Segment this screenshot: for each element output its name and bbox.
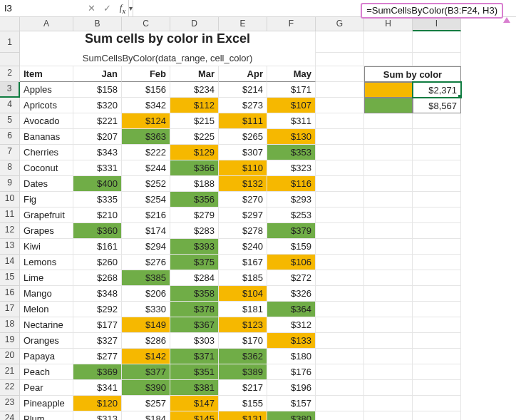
cell-value[interactable]: $124: [122, 113, 170, 129]
row-head-10[interactable]: 10: [0, 192, 20, 208]
header-sum-by-color[interactable]: Sum by color: [364, 66, 461, 82]
cell-H10[interactable]: [364, 192, 413, 208]
cell-value[interactable]: $145: [170, 411, 219, 420]
cell-value[interactable]: $174: [122, 223, 170, 239]
cell-item[interactable]: Dates: [20, 176, 73, 192]
cell-value[interactable]: $167: [219, 255, 267, 270]
header-item[interactable]: Item: [20, 66, 73, 82]
cell-value[interactable]: $188: [170, 176, 219, 192]
cell-item[interactable]: Mango: [20, 286, 73, 302]
header-mar[interactable]: Mar: [170, 66, 219, 82]
cell-I20[interactable]: [413, 349, 461, 364]
cell-value[interactable]: $343: [73, 145, 122, 160]
row-head-9[interactable]: 9: [0, 176, 20, 192]
row-head-17[interactable]: 17: [0, 302, 20, 317]
cell-item[interactable]: Pineapple: [20, 396, 73, 411]
cell-value[interactable]: $111: [219, 113, 267, 129]
cell-value[interactable]: $158: [73, 82, 122, 98]
cell-value[interactable]: $378: [170, 302, 219, 317]
cell-G10[interactable]: [316, 192, 364, 208]
col-head-A[interactable]: A: [20, 17, 73, 31]
header-may[interactable]: May: [267, 66, 316, 82]
spreadsheet-grid[interactable]: ABCDEFGHI1Sum cells by color in Excel.Su…: [0, 17, 516, 420]
col-head-D[interactable]: D: [170, 17, 219, 31]
cell-value[interactable]: $133: [267, 333, 316, 349]
cell-G24[interactable]: [316, 411, 364, 420]
row-head-15[interactable]: 15: [0, 270, 20, 286]
cell-value[interactable]: $210: [73, 208, 122, 223]
cell-H17[interactable]: [364, 302, 413, 317]
cell-I23[interactable]: [413, 396, 461, 411]
cell-value[interactable]: $381: [170, 380, 219, 396]
cell-H6[interactable]: [364, 129, 413, 145]
cell-item[interactable]: Apples: [20, 82, 73, 98]
row-head-16[interactable]: 16: [0, 286, 20, 302]
cell-value[interactable]: $277: [73, 349, 122, 364]
cell-value[interactable]: $147: [170, 396, 219, 411]
cell-I17[interactable]: [413, 302, 461, 317]
row-head-7[interactable]: 7: [0, 145, 20, 160]
cell-value[interactable]: $116: [267, 176, 316, 192]
cell-G9[interactable]: [316, 176, 364, 192]
col-head-E[interactable]: E: [219, 17, 267, 31]
cell-value[interactable]: $327: [73, 333, 122, 349]
cell-value[interactable]: $377: [122, 364, 170, 380]
cell-value[interactable]: $323: [267, 160, 316, 176]
cell-value[interactable]: $380: [267, 411, 316, 420]
cell-I6[interactable]: [413, 129, 461, 145]
cell-value[interactable]: $293: [267, 192, 316, 208]
cell-item[interactable]: Avocado: [20, 113, 73, 129]
cell-value[interactable]: $312: [267, 317, 316, 333]
row-head-1[interactable]: 1: [0, 31, 20, 53]
row-head-24[interactable]: 24: [0, 411, 20, 420]
cell-value[interactable]: $360: [73, 223, 122, 239]
cell-value[interactable]: $106: [267, 255, 316, 270]
cell-value[interactable]: $222: [122, 145, 170, 160]
cell-H14[interactable]: [364, 255, 413, 270]
cell-I16[interactable]: [413, 286, 461, 302]
cell-value[interactable]: $206: [122, 286, 170, 302]
cell-value[interactable]: $171: [267, 82, 316, 98]
cell-value[interactable]: $353: [267, 145, 316, 160]
cell-value[interactable]: $393: [170, 239, 219, 255]
cell-value[interactable]: $342: [122, 98, 170, 113]
cell-value[interactable]: $112: [170, 98, 219, 113]
row-head-21[interactable]: 21: [0, 364, 20, 380]
cell-value[interactable]: $257: [122, 396, 170, 411]
cell-value[interactable]: $364: [267, 302, 316, 317]
cell-value[interactable]: $170: [219, 333, 267, 349]
cell-value[interactable]: $214: [219, 82, 267, 98]
cell-G17[interactable]: [316, 302, 364, 317]
cell-value[interactable]: $366: [170, 160, 219, 176]
cell-H18[interactable]: [364, 317, 413, 333]
cell-G4[interactable]: [316, 98, 364, 113]
cell-value[interactable]: $320: [73, 98, 122, 113]
cell-value[interactable]: $181: [219, 302, 267, 317]
cell-I7[interactable]: [413, 145, 461, 160]
cell-value[interactable]: $313: [73, 411, 122, 420]
cell-value[interactable]: $268: [73, 270, 122, 286]
cell-G5[interactable]: [316, 113, 364, 129]
cell-item[interactable]: Nectarine: [20, 317, 73, 333]
cell-G8[interactable]: [316, 160, 364, 176]
cell-H11[interactable]: [364, 208, 413, 223]
cell-value[interactable]: $348: [73, 286, 122, 302]
cell-value[interactable]: $375: [170, 255, 219, 270]
cell-value[interactable]: $311: [267, 113, 316, 129]
row-head-3[interactable]: 3: [0, 82, 20, 98]
cell-value[interactable]: $371: [170, 349, 219, 364]
cell-value[interactable]: $110: [219, 160, 267, 176]
cell-value[interactable]: $177: [73, 317, 122, 333]
cell-H7[interactable]: [364, 145, 413, 160]
cell-item[interactable]: Cherries: [20, 145, 73, 160]
cell-I18[interactable]: [413, 317, 461, 333]
cell-item[interactable]: Apricots: [20, 98, 73, 113]
cell-item[interactable]: Bananas: [20, 129, 73, 145]
cell-value[interactable]: $330: [122, 302, 170, 317]
cell-value[interactable]: $362: [219, 349, 267, 364]
cell-value[interactable]: $196: [267, 380, 316, 396]
select-all-corner[interactable]: [0, 17, 20, 31]
col-head-F[interactable]: F: [267, 17, 316, 31]
cell-value[interactable]: $389: [219, 364, 267, 380]
cell-value[interactable]: $272: [267, 270, 316, 286]
